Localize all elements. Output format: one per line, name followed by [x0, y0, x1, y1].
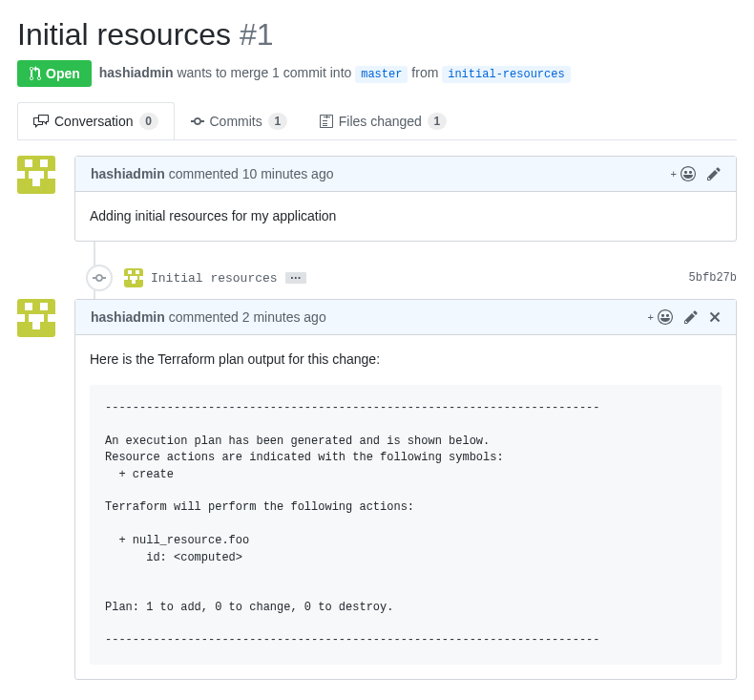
add-reaction-plus: +: [671, 168, 677, 180]
pr-title: Initial resources #1: [17, 17, 737, 53]
file-diff-icon: [320, 114, 333, 129]
tab-files-label: Files changed: [339, 114, 422, 129]
timeline: hashiadmin commented 10 minutes ago + Ad…: [17, 156, 737, 680]
pencil-icon[interactable]: [684, 309, 698, 325]
comment-box: hashiadmin commented 10 minutes ago + Ad…: [74, 156, 737, 242]
git-commit-icon: [93, 270, 106, 286]
git-commit-icon: [191, 114, 204, 129]
comment-box: hashiadmin commented 2 minutes ago + Her…: [74, 299, 737, 680]
add-reaction-plus: +: [648, 311, 654, 323]
comment-timestamp: commented 10 minutes ago: [169, 166, 334, 181]
smiley-icon[interactable]: [658, 309, 673, 325]
comment-body: Here is the Terraform plan output for th…: [75, 335, 736, 679]
code-block: ----------------------------------------…: [90, 385, 722, 665]
tab-commits-count: 1: [268, 113, 287, 130]
tab-files[interactable]: Files changed 1: [304, 102, 463, 139]
timeline-commit: Initial resources … 5bfb27b: [74, 257, 737, 299]
avatar[interactable]: [17, 156, 55, 194]
ellipsis-expander[interactable]: …: [285, 272, 306, 284]
tabnav: Conversation 0 Commits 1 Files changed 1: [17, 102, 737, 140]
state-label: Open: [46, 66, 80, 81]
comment-author[interactable]: hashiadmin: [91, 166, 165, 181]
tab-commits[interactable]: Commits 1: [175, 102, 304, 139]
pencil-icon[interactable]: [707, 166, 721, 181]
tab-commits-label: Commits: [210, 114, 262, 129]
pr-title-text: Initial resources: [17, 17, 231, 52]
comment-timestamp: commented 2 minutes ago: [169, 309, 326, 325]
tab-conversation-label: Conversation: [54, 114, 134, 129]
comment-header: hashiadmin commented 10 minutes ago +: [75, 157, 736, 192]
commit-title[interactable]: Initial resources: [151, 271, 278, 286]
avatar[interactable]: [17, 299, 55, 337]
avatar[interactable]: [124, 268, 143, 287]
pr-meta-row: Open hashiadmin wants to merge 1 commit …: [17, 60, 737, 87]
pr-number: #1: [240, 17, 274, 52]
timeline-comment: hashiadmin commented 2 minutes ago + Her…: [17, 299, 737, 680]
git-pull-request-icon: [29, 66, 42, 81]
comment-body: Adding initial resources for my applicat…: [75, 192, 736, 241]
head-branch[interactable]: initial-resources: [442, 66, 570, 83]
base-branch[interactable]: master: [355, 66, 408, 83]
state-badge-open: Open: [17, 60, 92, 87]
timeline-comment: hashiadmin commented 10 minutes ago + Ad…: [17, 156, 737, 242]
tab-files-count: 1: [428, 113, 447, 130]
comment-discussion-icon: [33, 114, 49, 129]
tab-conversation[interactable]: Conversation 0: [17, 102, 175, 139]
pr-author[interactable]: hashiadmin: [99, 65, 174, 80]
comment-header: hashiadmin commented 2 minutes ago +: [75, 300, 736, 335]
commit-badge: [86, 265, 113, 291]
commit-sha[interactable]: 5bfb27b: [689, 271, 737, 285]
tab-conversation-count: 0: [139, 113, 158, 130]
smiley-icon[interactable]: [681, 166, 696, 181]
comment-intro: Here is the Terraform plan output for th…: [90, 350, 722, 370]
merge-description: hashiadmin wants to merge 1 commit into …: [99, 65, 571, 83]
close-icon[interactable]: [709, 309, 721, 325]
comment-author[interactable]: hashiadmin: [91, 309, 165, 325]
